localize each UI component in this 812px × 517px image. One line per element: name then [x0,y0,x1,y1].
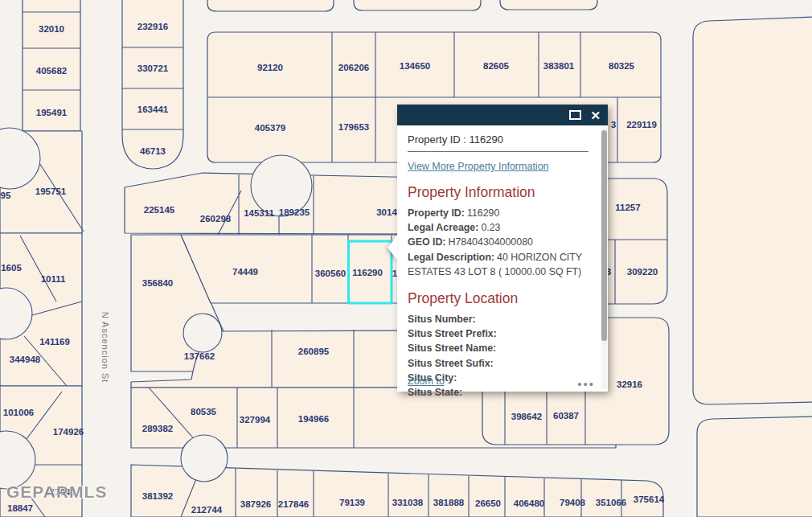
parcel-label-225145[interactable]: 225145 [144,205,175,215]
parcel-label-327994[interactable]: 327994 [240,415,271,425]
parcel-label-232916[interactable]: 232916 [137,22,168,31]
parcel-label-387926[interactable]: 387926 [240,499,271,509]
view-more-property-link[interactable]: View More Property Information [408,161,549,172]
zoom-to-link[interactable]: Zoom to [408,375,445,387]
popup-callout-arrow [388,236,397,260]
parcel-label-79139[interactable]: 79139 [339,498,365,507]
map-viewer: 3201040568219549123291633072116344146713… [0,0,812,517]
row-label: Situs Number: [408,314,476,325]
parcel-label-331038[interactable]: 331038 [392,498,424,507]
popup-body: Property ID : 116290 View More Property … [397,125,608,392]
property-id-row: Property ID:116290 [408,206,588,220]
property-location-heading: Property Location [408,290,588,307]
parcel-label-137662[interactable]: 137662 [184,351,215,361]
parcel-label-351066[interactable]: 351066 [596,498,626,507]
parcel-label-260298[interactable]: 260298 [200,214,232,224]
parcel-label-375614[interactable]: 375614 [634,494,665,504]
popup-title: Property ID : 116290 [408,133,588,146]
situs-number-row: Situs Number: [408,312,588,326]
situs-street-name-row: Situs Street Name: [408,341,588,355]
parcel-label-82605[interactable]: 82605 [483,61,510,71]
situs-street-sufix-row: Situs Street Sufix: [408,356,588,371]
parcel-label-80325[interactable]: 80325 [609,61,635,71]
row-value: 0.23 [481,222,500,233]
legal-acreage-row: Legal Acreage:0.23 [408,220,588,235]
parcel-label-189235[interactable]: 189235 [279,207,310,217]
parcel-label-344948[interactable]: 344948 [10,355,41,364]
property-info-popup: ✕ Property ID : 116290 View More Propert… [397,105,608,392]
popup-titlebar: ✕ [397,105,608,125]
row-label: Situs Street Prefix: [408,328,497,339]
row-label: Property ID: [408,207,465,219]
parcel-label-3[interactable]: 3 [611,120,616,129]
parcel-label-309220[interactable]: 309220 [627,267,658,277]
parcel-label-356840[interactable]: 356840 [142,278,173,288]
parcel-label-1605[interactable]: 1605 [1,263,22,273]
parcel-label-229119[interactable]: 229119 [626,120,657,129]
legal-description-row: Legal Description:40 HORIZON CITY ESTATE… [408,250,588,279]
title-separator [408,151,588,152]
parcel-label-383801[interactable]: 383801 [543,61,575,71]
parcel-label-3014[interactable]: 3014 [376,207,397,217]
parcel-label-212744[interactable]: 212744 [191,505,223,515]
row-label: Situs Street Sufix: [408,358,494,369]
row-label: Legal Acreage: [408,222,478,233]
parcel-label-32010[interactable]: 32010 [39,24,64,34]
geo-id-row: GEO ID:H78404304000080 [408,235,588,249]
parcel-label-206206[interactable]: 206206 [338,63,369,72]
parcel-label-10111[interactable]: 10111 [41,274,66,284]
parcel-label-405379[interactable]: 405379 [255,123,285,133]
parcel-label-398642[interactable]: 398642 [511,412,542,421]
parcel-label-134650[interactable]: 134650 [400,61,430,71]
street-label: N Ascencion St [100,312,110,384]
row-label: GEO ID: [408,236,446,248]
mls-watermark: GEPARMLS [6,482,107,501]
row-value: 116290 [467,207,499,219]
parcel-label-381392[interactable]: 381392 [142,491,173,501]
parcel-label-101006[interactable]: 101006 [3,408,34,417]
close-icon[interactable]: ✕ [590,109,601,121]
parcel-label-79408[interactable]: 79408 [560,498,586,507]
parcel-label-217846[interactable]: 217846 [278,499,309,509]
parcel-label-145311[interactable]: 145311 [244,208,274,218]
parcel-label-11257[interactable]: 11257 [615,203,640,212]
parcel-label-60387[interactable]: 60387 [553,411,579,421]
parcel-label-92120[interactable]: 92120 [257,63,283,72]
parcel-label-18847[interactable]: 18847 [7,503,33,513]
more-options-button[interactable]: ••• [577,377,595,391]
situs-street-prefix-row: Situs Street Prefix: [408,326,588,341]
parcel-label-141169[interactable]: 141169 [39,337,70,347]
parcel-label-46713[interactable]: 46713 [140,146,166,156]
dock-icon[interactable] [569,110,581,120]
parcel-label-289382[interactable]: 289382 [142,424,173,433]
parcel-label-360560[interactable]: 360560 [315,269,346,278]
parcel-label-194966[interactable]: 194966 [298,414,329,424]
parcel-label-174926[interactable]: 174926 [53,427,84,437]
parcel-label-406480[interactable]: 406480 [514,499,544,508]
parcel-label-195751[interactable]: 195751 [35,187,67,196]
row-label: Situs Street Name: [408,343,496,354]
parcel-label-405682[interactable]: 405682 [36,66,67,76]
parcel-label-163441[interactable]: 163441 [137,105,169,114]
popup-scrollbar-thumb[interactable] [601,130,607,341]
parcel-label-116290[interactable]: 116290 [352,268,383,277]
parcel-label-195491[interactable]: 195491 [36,108,68,117]
parcel-label-179653[interactable]: 179653 [338,122,369,132]
situs-state-row: Situs State: [408,385,588,400]
parcel-label-32916[interactable]: 32916 [617,380,642,389]
parcel-label-80535[interactable]: 80535 [191,407,217,416]
parcel-label-74449[interactable]: 74449 [232,267,258,277]
popup-scrollbar[interactable] [601,127,607,389]
row-label: Situs State: [408,387,462,398]
parcel-label-330721[interactable]: 330721 [137,64,169,73]
row-value: H78404304000080 [449,236,533,248]
property-information-heading: Property Information [408,184,588,201]
parcel-label-381888[interactable]: 381888 [433,498,465,507]
parcel-label-26650[interactable]: 26650 [475,499,501,508]
parcel-label-260895[interactable]: 260895 [298,347,330,356]
row-label: Legal Description: [408,252,494,263]
parcel-label-95[interactable]: 95 [1,191,11,200]
